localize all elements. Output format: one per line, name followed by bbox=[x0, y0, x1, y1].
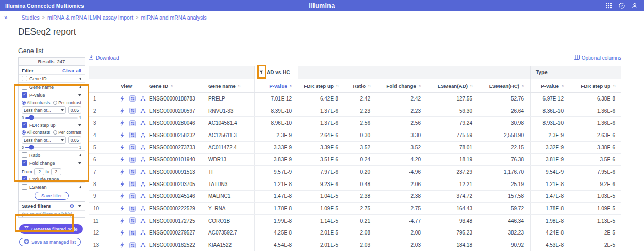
collapse-down-icon[interactable] bbox=[78, 205, 81, 207]
collapse-down-icon[interactable] bbox=[78, 162, 81, 164]
column-header-lsmean-ad-[interactable]: LSMean(AD)↑↓ bbox=[427, 79, 478, 92]
boxed-matrix-icon[interactable] bbox=[129, 217, 136, 224]
sort-icon[interactable]: ↑↓ bbox=[521, 83, 524, 88]
sort-icon[interactable]: ↑↓ bbox=[470, 83, 472, 88]
boxed-matrix-icon[interactable] bbox=[129, 230, 136, 236]
ratio-checkbox[interactable] bbox=[22, 152, 27, 158]
all-contrasts-radio[interactable] bbox=[22, 101, 26, 105]
sort-icon[interactable]: ↑↓ bbox=[289, 83, 292, 88]
scatter-dots-icon[interactable] bbox=[140, 218, 146, 224]
expand-sidebar-icon[interactable]: » bbox=[0, 14, 8, 21]
scatter-dots-icon[interactable] bbox=[140, 206, 146, 211]
boxed-matrix-icon[interactable] bbox=[129, 193, 136, 199]
column-header-p-value[interactable]: P-value↑↓ bbox=[530, 79, 570, 92]
scatter-dots-icon[interactable] bbox=[140, 96, 146, 102]
lightning-icon[interactable] bbox=[120, 193, 125, 199]
exclude-range-checkbox[interactable] bbox=[22, 176, 27, 182]
column-header-fdr-step-up[interactable]: FDR step up↑↓ bbox=[298, 79, 344, 92]
filter-row-lsmean[interactable]: LSMean bbox=[19, 182, 85, 191]
column-header-ratio[interactable]: Ratio↑↓ bbox=[344, 79, 376, 92]
fdr-checkbox[interactable] bbox=[22, 122, 27, 128]
lightning-icon[interactable] bbox=[120, 169, 125, 175]
lightning-icon[interactable] bbox=[120, 157, 125, 162]
scatter-dots-icon[interactable] bbox=[140, 157, 146, 162]
column-header-view[interactable]: View bbox=[106, 79, 147, 92]
lightning-icon[interactable] bbox=[120, 206, 125, 211]
lightning-icon[interactable] bbox=[120, 218, 125, 224]
scatter-dots-icon[interactable] bbox=[140, 145, 146, 150]
optional-columns-link[interactable]: Optional columns bbox=[574, 55, 621, 61]
scatter-dots-icon[interactable] bbox=[140, 169, 146, 175]
sort-icon[interactable]: ↑↓ bbox=[368, 83, 370, 88]
boxed-matrix-icon[interactable] bbox=[129, 242, 136, 248]
scatter-dots-icon[interactable] bbox=[140, 120, 146, 126]
collapse-down-icon[interactable] bbox=[78, 124, 81, 126]
collapse-left-icon[interactable] bbox=[79, 77, 81, 80]
breadcrumb-studies[interactable]: Studies bbox=[22, 14, 40, 21]
filter-row-fold-change[interactable]: Fold change bbox=[19, 159, 85, 167]
gear-icon[interactable]: ⚙ bbox=[70, 204, 74, 209]
fold-change-checkbox[interactable] bbox=[22, 160, 27, 166]
all-contrasts-radio[interactable] bbox=[22, 130, 26, 135]
boxed-matrix-icon[interactable] bbox=[129, 108, 136, 114]
fold-change-to-input[interactable] bbox=[51, 168, 61, 175]
fdr-threshold-input[interactable] bbox=[68, 136, 81, 144]
help-icon[interactable]: ? bbox=[619, 3, 625, 9]
gene-id-checkbox[interactable] bbox=[22, 76, 27, 81]
lightning-icon[interactable] bbox=[120, 132, 125, 138]
sort-icon[interactable]: ↑↓ bbox=[238, 83, 240, 88]
collapse-left-icon[interactable] bbox=[79, 186, 81, 189]
breadcrumb-assay-import[interactable]: miRNA & mRNA ILMN assay import bbox=[47, 14, 133, 21]
filter-row-gene-name[interactable]: Gene name bbox=[19, 82, 85, 91]
gene-name-checkbox[interactable] bbox=[22, 84, 27, 90]
lightning-icon[interactable] bbox=[120, 242, 125, 248]
sort-icon[interactable]: ↑↓ bbox=[170, 83, 173, 88]
app-grid-icon[interactable] bbox=[606, 3, 612, 9]
scatter-dots-icon[interactable] bbox=[140, 181, 146, 187]
column-header-fold-change[interactable]: Fold change↑↓ bbox=[376, 79, 427, 92]
scatter-dots-icon[interactable] bbox=[140, 230, 146, 236]
p-value-operator-select[interactable]: Less than or... bbox=[22, 106, 66, 114]
save-managed-list-button[interactable]: Save as managed list bbox=[19, 238, 81, 246]
p-value-threshold-input[interactable] bbox=[68, 106, 81, 114]
slider-thumb[interactable] bbox=[29, 145, 34, 150]
boxed-matrix-icon[interactable] bbox=[129, 132, 136, 138]
boxed-matrix-icon[interactable] bbox=[129, 120, 136, 126]
boxed-matrix-icon[interactable] bbox=[129, 144, 136, 150]
collapse-left-icon[interactable] bbox=[79, 154, 81, 157]
generate-filtered-node-button[interactable]: Generate filtered node bbox=[19, 224, 83, 234]
scatter-dots-icon[interactable] bbox=[140, 132, 146, 138]
fdr-operator-select[interactable]: Less than or... bbox=[22, 136, 66, 144]
column-header-fdr-step-up[interactable]: FDR step up↑↓ bbox=[570, 79, 621, 92]
column-header-p-value[interactable]: P-value↑↓ bbox=[254, 79, 298, 92]
lightning-icon[interactable] bbox=[120, 230, 125, 236]
user-profile-icon[interactable] bbox=[632, 3, 638, 9]
column-header-lsmean-hc-[interactable]: LSMean(HC)↑↓ bbox=[478, 79, 530, 92]
filter-row-gene-id[interactable]: Gene ID bbox=[19, 74, 85, 82]
filter-row-ratio[interactable]: Ratio bbox=[19, 150, 85, 159]
lsmean-checkbox[interactable] bbox=[22, 184, 27, 190]
filter-row-fdr[interactable]: FDR step up bbox=[19, 121, 85, 129]
boxed-matrix-icon[interactable] bbox=[129, 157, 136, 163]
sort-icon[interactable]: ↑↓ bbox=[418, 83, 421, 88]
download-link[interactable]: Download bbox=[89, 55, 119, 61]
fold-change-from-input[interactable] bbox=[34, 168, 44, 175]
boxed-matrix-icon[interactable] bbox=[129, 181, 136, 187]
sort-icon[interactable]: ↑↓ bbox=[613, 83, 615, 88]
save-filter-button[interactable]: Save filter bbox=[35, 192, 69, 200]
scatter-dots-icon[interactable] bbox=[140, 193, 146, 199]
per-contrast-radio[interactable] bbox=[53, 130, 57, 135]
filter-row-p-value[interactable]: P-value bbox=[19, 91, 85, 99]
lightning-icon[interactable] bbox=[120, 108, 125, 114]
scatter-dots-icon[interactable] bbox=[140, 242, 146, 248]
lightning-icon[interactable] bbox=[120, 96, 125, 102]
sort-icon[interactable]: ↑↓ bbox=[561, 83, 564, 88]
boxed-matrix-icon[interactable] bbox=[129, 95, 136, 102]
sort-icon[interactable]: ↑↓ bbox=[336, 83, 338, 88]
clear-all-button[interactable]: Clear all bbox=[62, 68, 81, 73]
p-value-slider[interactable] bbox=[25, 117, 78, 119]
boxed-matrix-icon[interactable] bbox=[129, 169, 136, 175]
scatter-dots-icon[interactable] bbox=[140, 108, 146, 114]
lightning-icon[interactable] bbox=[120, 145, 125, 150]
lightning-icon[interactable] bbox=[120, 120, 125, 126]
